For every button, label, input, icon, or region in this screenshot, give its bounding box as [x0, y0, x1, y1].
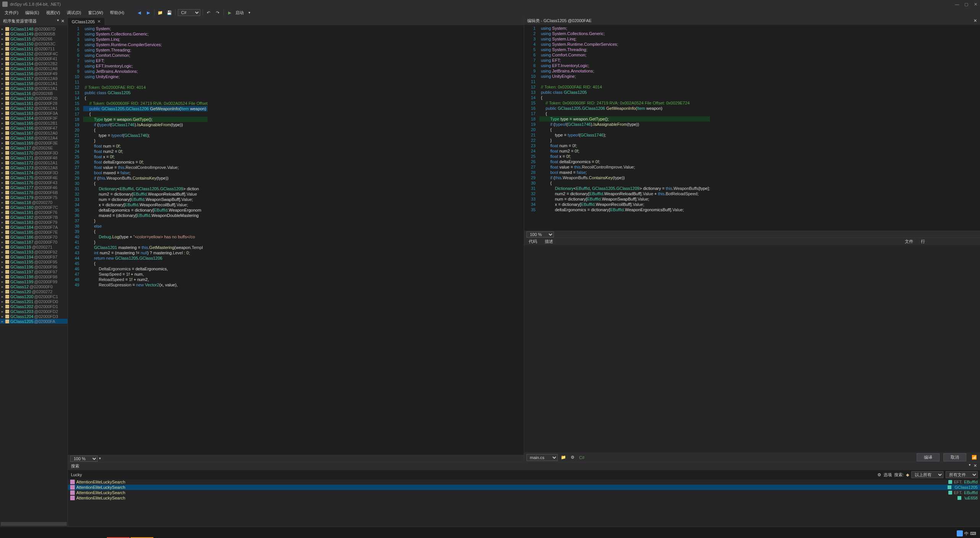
- tree-node[interactable]: ▸GClass1198 @02000F98: [0, 274, 68, 279]
- compile-button[interactable]: 编译: [917, 453, 940, 461]
- search-input[interactable]: [70, 472, 874, 478]
- folder-icon[interactable]: 📁: [560, 454, 567, 461]
- tree-node[interactable]: ▸GClass1176 @02000F43: [0, 180, 68, 185]
- tree-node[interactable]: ▸GClass1163 @02000F3A: [0, 111, 68, 116]
- tree-view[interactable]: ▸GClass1148 @020007D▸GClass1149 @020005B…: [0, 26, 68, 521]
- tree-node[interactable]: ▸GClass1165 @020012B1: [0, 120, 68, 125]
- tree-node[interactable]: ▸GClass1181 @02000F76: [0, 210, 68, 215]
- tree-node[interactable]: ▸GClass1196 @02000F96: [0, 264, 68, 269]
- file-select[interactable]: main.cs: [526, 454, 558, 461]
- tree-node[interactable]: ▸GClass1204 @02000FD3: [0, 314, 68, 319]
- tree-node[interactable]: ▸GClass1175 @02000F4E: [0, 175, 68, 180]
- tray-ime-icon[interactable]: 中: [964, 531, 969, 536]
- tray-icon[interactable]: [957, 530, 963, 536]
- tree-node[interactable]: ▸GClass1185 @02000F7E: [0, 230, 68, 234]
- tab-desc[interactable]: 描述: [543, 238, 555, 245]
- tree-node[interactable]: ▸GClass1179 @02000F75: [0, 195, 68, 200]
- tree-node[interactable]: ▸GClass1195 @02000F95: [0, 259, 68, 264]
- left-zoom-select[interactable]: 100 %: [70, 456, 98, 462]
- search-result-row[interactable]: AttentionEliteLuckySearchGClass1205: [68, 485, 980, 490]
- tree-node[interactable]: ▸GClass1149 @020005B: [0, 31, 68, 36]
- close-icon[interactable]: ✕: [973, 2, 978, 6]
- right-close-icon[interactable]: ✕: [974, 18, 977, 23]
- tree-node[interactable]: ▸GClass1160 @02000F20: [0, 96, 68, 101]
- tree-node[interactable]: ▸GClass1169 @02000F3E: [0, 140, 68, 145]
- right-zoom-select[interactable]: 100 %: [526, 231, 554, 238]
- open-icon[interactable]: 📁: [157, 9, 164, 16]
- tree-node[interactable]: ▸GClass1155 @020012A8: [0, 66, 68, 71]
- tree-node[interactable]: ▸GClass119 @0200271: [0, 244, 68, 249]
- nav-back-icon[interactable]: ◀: [136, 9, 143, 16]
- tree-node[interactable]: ▸GClass117 @020026E: [0, 145, 68, 150]
- tree-node[interactable]: ▸GClass1167 @020012A0: [0, 130, 68, 135]
- tree-node[interactable]: ▸GClass1150 @020053C: [0, 41, 68, 46]
- tree-node[interactable]: ▸GClass1199 @02000F99: [0, 279, 68, 284]
- menu-edit[interactable]: 编辑(E): [22, 9, 42, 16]
- tree-node[interactable]: ▸GClass1203 @02000FD2: [0, 309, 68, 314]
- run-label[interactable]: 启动: [235, 10, 244, 16]
- tree-node[interactable]: ▸GClass1178 @02000F6B: [0, 190, 68, 195]
- right-code[interactable]: using System;using System.Collections.Ge…: [539, 25, 710, 231]
- nav-fwd-icon[interactable]: ▶: [145, 9, 152, 16]
- cancel-button[interactable]: 取消: [943, 453, 966, 461]
- options-label[interactable]: 选项: [883, 472, 892, 478]
- tree-node[interactable]: ▸GClass1159 @020012A1: [0, 86, 68, 91]
- search-close-icon[interactable]: ✕: [974, 463, 977, 469]
- minimize-icon[interactable]: —: [955, 2, 959, 6]
- tree-node[interactable]: ▸GClass1177 @02000F46: [0, 185, 68, 190]
- tree-node[interactable]: ▸GClass1193 @02000F92: [0, 249, 68, 254]
- options-icon[interactable]: ⚙: [877, 472, 881, 477]
- menu-window[interactable]: 窗口(W): [85, 9, 106, 16]
- run-icon[interactable]: ▶: [226, 9, 233, 16]
- search-files-select[interactable]: 所有文件: [946, 471, 978, 478]
- menu-file[interactable]: 文件(F): [2, 9, 21, 16]
- tray-lang-icon[interactable]: ⌨: [970, 531, 976, 536]
- language-select[interactable]: C#: [178, 9, 200, 16]
- undo-icon[interactable]: ↶: [205, 9, 212, 16]
- tree-node[interactable]: ▸GClass1174 @02000F3D: [0, 170, 68, 175]
- signal-icon[interactable]: 📶: [971, 454, 978, 461]
- tree-node[interactable]: ▸GClass120 @0200272: [0, 289, 68, 294]
- search-result-row[interactable]: AttentionEliteLuckySearchEFT.EBuffId: [68, 479, 980, 485]
- redo-icon[interactable]: ↷: [214, 9, 221, 16]
- left-tab[interactable]: GClass1205 ✕: [68, 18, 105, 25]
- tree-node[interactable]: ▸GClass1161 @02000F28: [0, 101, 68, 106]
- tree-node[interactable]: ▸GClass1170 @02000F3D: [0, 150, 68, 155]
- tab-code[interactable]: 代码: [527, 238, 539, 245]
- tree-node[interactable]: ▸GClass1194 @02000F97: [0, 254, 68, 259]
- tree-node[interactable]: ▸GClass1182 @02000F7B: [0, 215, 68, 220]
- tree-node[interactable]: ▸GClass1202 @02000FD1: [0, 304, 68, 309]
- tree-node[interactable]: ▸GClass1164 @02000F3F: [0, 116, 68, 120]
- tree-node[interactable]: ▸GClass1153 @02000F41: [0, 56, 68, 61]
- tree-node[interactable]: ▸GClass1172 @020012A1: [0, 160, 68, 165]
- search-results[interactable]: AttentionEliteLuckySearchEFT.EBuffIdAtte…: [68, 479, 980, 527]
- search-result-row[interactable]: AttentionEliteLuckySearch\uE658: [68, 495, 980, 501]
- tree-node[interactable]: ▸GClass1184 @02000F7A: [0, 225, 68, 230]
- tree-node[interactable]: ▸GClass1158 @020012A1: [0, 81, 68, 86]
- csharp-icon[interactable]: C#: [578, 454, 585, 461]
- panel-close-icon[interactable]: ✕: [61, 19, 64, 24]
- tree-node[interactable]: ▸GClass1186 @02000F70: [0, 234, 68, 239]
- tree-node[interactable]: ▸GClass1187 @02000F70: [0, 239, 68, 244]
- tree-node[interactable]: ▸GClass1205 @02000FA: [0, 319, 68, 324]
- search-dropdown-icon[interactable]: ▼: [968, 463, 971, 469]
- search-result-row[interactable]: AttentionEliteLuckySearchEFT.EBuffId: [68, 490, 980, 495]
- sidebar-h-scrollbar[interactable]: [1, 522, 67, 526]
- tree-node[interactable]: ▸GClass1183 @02000F79: [0, 220, 68, 225]
- tree-node[interactable]: ▸GClass116 @020026B: [0, 91, 68, 96]
- zoom-dropdown-icon[interactable]: ▼: [98, 457, 101, 460]
- tree-node[interactable]: ▸GClass118 @0200270: [0, 200, 68, 205]
- save-icon[interactable]: 💾: [166, 9, 173, 16]
- tree-node[interactable]: ▸GClass1171 @02000F48: [0, 155, 68, 160]
- search-scope-select[interactable]: 以上所有: [911, 471, 943, 478]
- menu-view[interactable]: 视图(V): [43, 9, 63, 16]
- tree-node[interactable]: ▸GClass115 @0200266: [0, 36, 68, 41]
- tree-node[interactable]: ▸GClass1180 @02000F7C: [0, 205, 68, 210]
- run-dropdown-icon[interactable]: ▼: [246, 9, 253, 16]
- left-code[interactable]: using System;using System.Collections.Ge…: [83, 25, 208, 455]
- tree-node[interactable]: ▸GClass1157 @020012A9: [0, 76, 68, 81]
- menu-help[interactable]: 帮助(H): [107, 9, 127, 16]
- tree-node[interactable]: ▸GClass1168 @020012A4: [0, 135, 68, 140]
- tree-node[interactable]: ▸GClass1200 @02000FC1: [0, 294, 68, 299]
- panel-dropdown-icon[interactable]: ▼: [56, 19, 60, 24]
